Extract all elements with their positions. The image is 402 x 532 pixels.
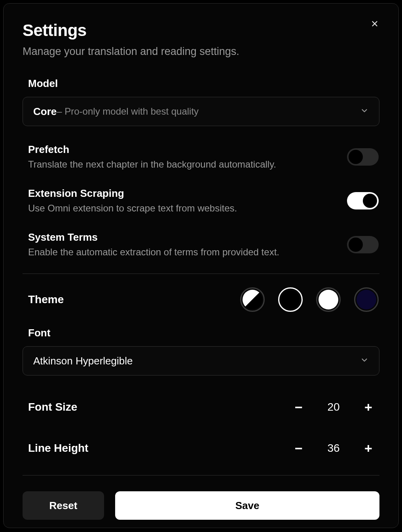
extension-row: Extension Scraping Use Omni extension to… xyxy=(23,187,379,214)
divider xyxy=(23,475,379,475)
font-selected: Atkinson Hyperlegible xyxy=(33,355,133,367)
dialog-footer: Reset Save xyxy=(23,491,379,520)
theme-swatch-light[interactable] xyxy=(316,287,341,312)
font-size-stepper: − 20 + xyxy=(289,398,378,417)
extension-title: Extension Scraping xyxy=(28,187,237,200)
line-height-increase-button[interactable]: + xyxy=(359,439,378,458)
toggle-knob xyxy=(349,238,363,252)
prefetch-toggle[interactable] xyxy=(347,148,379,166)
chevron-down-icon xyxy=(360,106,369,117)
line-height-stepper: − 36 + xyxy=(289,439,378,458)
plus-icon: + xyxy=(364,400,372,415)
prefetch-title: Prefetch xyxy=(28,143,276,156)
theme-swatch-dark[interactable] xyxy=(278,287,303,312)
minus-icon: − xyxy=(295,441,303,456)
font-size-value: 20 xyxy=(325,401,342,413)
model-select[interactable]: Core – Pro-only model with best quality xyxy=(23,97,379,126)
theme-swatch-navy[interactable] xyxy=(354,287,379,312)
theme-swatch-system[interactable] xyxy=(240,287,265,312)
theme-row: Theme xyxy=(23,287,379,312)
swatch-color xyxy=(243,290,262,309)
system-terms-toggle[interactable] xyxy=(347,236,379,253)
toggle-knob xyxy=(349,150,363,164)
font-size-row: Font Size − 20 + xyxy=(23,398,379,417)
toggle-knob xyxy=(363,194,377,208)
font-size-increase-button[interactable]: + xyxy=(359,398,378,417)
swatch-color xyxy=(356,290,376,309)
save-button[interactable]: Save xyxy=(115,491,379,520)
divider xyxy=(23,274,379,274)
swatch-color xyxy=(281,291,300,309)
font-select[interactable]: Atkinson Hyperlegible xyxy=(23,346,379,375)
model-selected-desc: – Pro-only model with best quality xyxy=(57,106,199,117)
model-label: Model xyxy=(28,77,379,90)
system-terms-row: System Terms Enable the automatic extrac… xyxy=(23,231,379,258)
settings-dialog: Settings Manage your translation and rea… xyxy=(3,3,399,528)
close-icon xyxy=(370,19,379,29)
close-button[interactable] xyxy=(368,18,381,30)
system-terms-desc: Enable the automatic extraction of terms… xyxy=(28,247,279,258)
font-size-label: Font Size xyxy=(28,401,77,413)
system-terms-title: System Terms xyxy=(28,231,279,243)
line-height-value: 36 xyxy=(325,442,342,455)
extension-desc: Use Omni extension to scrape text from w… xyxy=(28,203,237,214)
prefetch-row: Prefetch Translate the next chapter in t… xyxy=(23,143,379,170)
line-height-row: Line Height − 36 + xyxy=(23,439,379,458)
font-size-decrease-button[interactable]: − xyxy=(289,398,308,417)
reset-button[interactable]: Reset xyxy=(23,491,104,520)
theme-swatches xyxy=(240,287,379,312)
font-label: Font xyxy=(28,327,379,339)
line-height-decrease-button[interactable]: − xyxy=(289,439,308,458)
plus-icon: + xyxy=(364,441,372,456)
dialog-subtitle: Manage your translation and reading sett… xyxy=(23,45,379,58)
theme-label: Theme xyxy=(28,293,64,306)
extension-toggle[interactable] xyxy=(347,192,379,209)
dialog-title: Settings xyxy=(23,21,379,40)
minus-icon: − xyxy=(295,400,303,415)
line-height-label: Line Height xyxy=(28,442,88,455)
prefetch-desc: Translate the next chapter in the backgr… xyxy=(28,159,276,170)
swatch-color xyxy=(319,290,338,309)
chevron-down-icon xyxy=(360,356,369,366)
model-selected-name: Core xyxy=(33,106,57,118)
